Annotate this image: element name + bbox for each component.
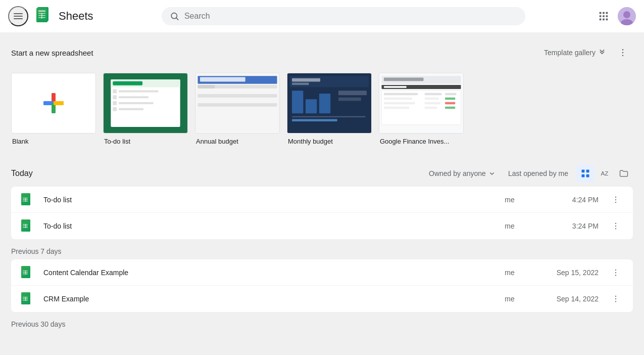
grid-view-icon	[580, 168, 590, 179]
svg-point-114	[615, 269, 616, 270]
svg-rect-59	[292, 83, 309, 85]
folder-view-button[interactable]	[615, 164, 633, 183]
owned-by-filter-button[interactable]: Owned by anyone	[425, 166, 500, 181]
search-inner	[162, 7, 525, 25]
file-more-container	[607, 264, 625, 281]
sort-button[interactable]: Last opened by me	[504, 166, 572, 181]
search-input[interactable]	[184, 12, 517, 21]
template-todo[interactable]: To-do list	[103, 73, 188, 145]
svg-rect-45	[119, 108, 143, 110]
today-file-list: To-do list me 4:24 PM	[11, 187, 633, 239]
template-finance-thumb	[379, 73, 464, 134]
file-more-button[interactable]	[608, 192, 624, 208]
sort-alpha-button[interactable]: AZ	[596, 164, 614, 183]
file-sheets-icon	[19, 291, 35, 307]
svg-point-26	[622, 52, 624, 54]
template-monthly-budget-thumb	[287, 73, 372, 134]
apps-icon	[598, 11, 609, 22]
svg-rect-53	[197, 103, 277, 107]
svg-rect-52	[197, 99, 277, 102]
previous-30-days-label: Previous 30 days	[8, 312, 636, 332]
header-left: Sheets	[8, 6, 93, 26]
svg-rect-13	[600, 12, 602, 14]
expand-icon	[598, 48, 607, 57]
main-content: Start a new spreadsheet Template gallery	[0, 32, 644, 355]
template-todo-label: To-do list	[103, 138, 188, 145]
template-annual-budget-label: Annual budget	[195, 138, 280, 145]
file-more-button[interactable]	[608, 264, 624, 281]
svg-rect-15	[606, 12, 608, 14]
svg-rect-87	[582, 174, 585, 178]
svg-rect-48	[200, 77, 245, 81]
svg-point-96	[615, 196, 616, 197]
svg-rect-33	[54, 101, 64, 105]
svg-rect-58	[292, 78, 320, 82]
svg-rect-80	[425, 102, 440, 104]
previous-7-days-label: Previous 7 days	[8, 239, 636, 259]
search-bar	[162, 7, 525, 25]
filter-dropdown-icon	[488, 169, 496, 178]
template-monthly-budget-label: Monthly budget	[287, 138, 372, 145]
template-gallery-button[interactable]: Template gallery	[540, 45, 611, 60]
svg-point-27	[622, 55, 624, 57]
svg-point-25	[622, 49, 624, 51]
file-name: To-do list	[43, 222, 481, 230]
svg-rect-82	[384, 107, 409, 109]
avatar[interactable]	[618, 7, 636, 25]
template-more-button[interactable]	[613, 42, 633, 63]
template-blank[interactable]: Blank	[11, 73, 96, 145]
folder-icon	[619, 168, 629, 179]
file-row[interactable]: To-do list me 3:24 PM	[11, 213, 633, 239]
template-section-title: Start a new spreadsheet	[11, 49, 93, 57]
template-header: Start a new spreadsheet Template gallery	[8, 42, 636, 63]
template-gallery-label: Template gallery	[544, 49, 596, 57]
file-more-button[interactable]	[608, 291, 624, 307]
file-row[interactable]: To-do list me 4:24 PM	[11, 187, 633, 213]
svg-rect-88	[586, 174, 589, 178]
prev7-file-list: Content Calendar Example me Sep 15, 2022	[11, 259, 633, 312]
file-more-container	[607, 218, 625, 234]
template-blank-label: Blank	[11, 138, 96, 145]
svg-rect-60	[292, 91, 303, 113]
app-logo: Sheets	[34, 6, 93, 26]
file-row[interactable]: CRM Example me Sep 14, 2022	[11, 286, 633, 312]
svg-rect-1	[14, 16, 23, 17]
svg-point-107	[615, 228, 616, 229]
owned-by-label: Owned by anyone	[429, 169, 486, 178]
template-blank-thumb	[11, 73, 96, 134]
svg-rect-84	[445, 107, 455, 109]
view-toggle: AZ	[576, 164, 633, 183]
template-annual-budget[interactable]: Annual budget	[195, 73, 280, 145]
file-more-button[interactable]	[608, 218, 624, 234]
file-name: CRM Example	[43, 295, 481, 303]
file-owner: me	[489, 196, 530, 204]
svg-rect-85	[582, 170, 585, 173]
svg-rect-2	[14, 18, 23, 19]
svg-rect-79	[384, 102, 415, 104]
file-sheets-icon	[19, 264, 35, 281]
svg-rect-122	[25, 297, 26, 301]
svg-rect-95	[25, 198, 26, 202]
svg-rect-40	[113, 95, 117, 99]
svg-rect-42	[113, 101, 117, 105]
file-row[interactable]: Content Calendar Example me Sep 15, 2022	[11, 259, 633, 286]
svg-point-105	[615, 223, 616, 224]
grid-view-button[interactable]	[576, 164, 595, 183]
svg-rect-14	[603, 12, 605, 14]
template-annual-budget-thumb	[195, 73, 280, 134]
svg-rect-50	[197, 90, 277, 93]
app-title: Sheets	[59, 10, 93, 23]
template-section: Start a new spreadsheet Template gallery	[8, 32, 636, 154]
svg-line-12	[176, 18, 178, 20]
sheets-logo-icon	[34, 6, 55, 26]
menu-button[interactable]	[8, 6, 28, 26]
svg-rect-62	[319, 94, 330, 113]
templates-row: Blank	[8, 71, 636, 149]
list-section-title: Today	[11, 169, 33, 178]
template-finance[interactable]: Google Finance Inves...	[379, 73, 464, 145]
more-vert-icon	[611, 195, 620, 204]
sort-label: Last opened by me	[508, 169, 568, 178]
template-monthly-budget[interactable]: Monthly budget	[287, 73, 372, 145]
apps-button[interactable]	[593, 6, 614, 26]
template-finance-label: Google Finance Inves...	[379, 138, 464, 145]
